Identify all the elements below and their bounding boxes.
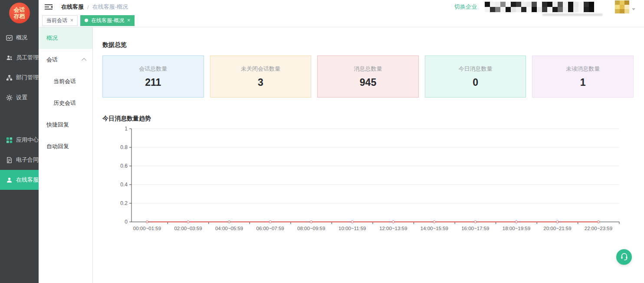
breadcrumb: 在线客服 / 在线客服-概况 (61, 3, 128, 11)
avatar[interactable] (615, 0, 629, 13)
subnav-item-history-session[interactable]: 历史会话 (39, 92, 92, 114)
stat-label: 未关闭会话数量 (241, 65, 280, 73)
stat-card-total-messages: 消息总数量 945 (317, 55, 419, 98)
main-content: 数据总览 会话总数量 211 未关闭会话数量 3 消息总数量 945 (93, 27, 644, 283)
top-header: 在线客服 / 在线客服-概况 切换企业 (39, 0, 644, 14)
stat-value: 945 (360, 77, 376, 88)
subnav-label: 历史会话 (53, 99, 76, 107)
stat-card-unread-messages: 未读消息数量 1 (532, 55, 634, 98)
chart-title: 今日消息数量趋势 (102, 115, 634, 123)
subnav-item-current-session[interactable]: 当前会话 (39, 71, 92, 92)
svg-text:10:00~11:59: 10:00~11:59 (338, 226, 366, 231)
svg-text:14:00~15:59: 14:00~15:59 (421, 226, 448, 231)
svg-text:22:00~23:59: 22:00~23:59 (585, 226, 612, 231)
svg-text:06:00~07:59: 06:00~07:59 (256, 226, 284, 231)
subnav-group-session[interactable]: 会话 (39, 49, 92, 71)
tab-label: 当前会话 (46, 17, 67, 24)
stat-label: 今日消息数量 (459, 65, 493, 73)
logo-text-line2: 存档 (14, 13, 25, 20)
svg-text:18:00~19:59: 18:00~19:59 (503, 226, 530, 231)
headset-icon (620, 252, 628, 262)
breadcrumb-root[interactable]: 在线客服 (61, 3, 84, 11)
trend-chart-section: 今日消息数量趋势 00.20.40.60.8100:00~01:5902:00~… (102, 115, 634, 238)
stat-label: 消息总数量 (354, 65, 382, 73)
stat-card-today-messages: 今日消息数量 0 (425, 55, 526, 98)
subnav-label: 当前会话 (53, 78, 76, 85)
sidebar-item-label: 概况 (16, 34, 27, 42)
chevron-up-icon (82, 58, 86, 63)
breadcrumb-separator: / (87, 4, 89, 10)
stat-value: 211 (145, 77, 161, 88)
svg-text:0.2: 0.2 (120, 200, 128, 206)
sidebar-item-app-center[interactable]: 应用中心 (0, 130, 39, 150)
contract-icon (6, 156, 13, 163)
sidebar-item-online-service[interactable]: 在线客服 (0, 170, 39, 190)
sidebar-item-departments[interactable]: 部门管理 (0, 68, 39, 88)
trend-chart: 00.20.40.60.8100:00~01:5902:00~03:5904:0… (102, 124, 634, 238)
stat-value: 1 (580, 77, 586, 88)
subnav-item-overview[interactable]: 概况 (39, 27, 92, 49)
tab-close-icon[interactable]: × (127, 17, 130, 23)
svg-text:20:00~21:59: 20:00~21:59 (543, 226, 571, 231)
subnav-label: 概况 (46, 34, 58, 42)
company-name-redacted (485, 2, 594, 12)
breadcrumb-leaf: 在线客服-概况 (92, 3, 128, 11)
departments-icon (6, 74, 13, 81)
svg-text:12:00~13:59: 12:00~13:59 (379, 226, 407, 231)
tab-label: 在线客服-概况 (91, 17, 124, 24)
stat-label: 会话总数量 (139, 65, 167, 73)
secondary-sidebar: 概况 会话 当前会话 历史会话 快捷回复 自动回复 (39, 27, 93, 283)
sidebar-item-label: 应用中心 (16, 136, 39, 144)
active-tab-dot (85, 19, 88, 22)
svg-text:0.6: 0.6 (120, 163, 128, 169)
sidebar-item-label: 在线客服 (16, 176, 39, 184)
sidebar-item-overview[interactable]: 概况 (0, 28, 39, 48)
stat-value: 0 (473, 77, 478, 88)
customer-service-icon (6, 176, 13, 183)
svg-text:0: 0 (125, 219, 128, 225)
svg-text:0.4: 0.4 (120, 182, 128, 188)
sidebar-item-e-contract[interactable]: 电子合同 (0, 150, 39, 170)
stat-value: 3 (258, 77, 263, 88)
svg-text:04:00~05:59: 04:00~05:59 (215, 226, 243, 231)
app-window: 会话 存档 概况 员工管理 部门管理 设置 (0, 0, 644, 283)
sidebar-item-label: 设置 (16, 94, 27, 101)
svg-text:16:00~17:59: 16:00~17:59 (461, 226, 489, 231)
sidebar-item-settings[interactable]: 设置 (0, 88, 39, 107)
subnav-label: 自动回复 (46, 143, 69, 150)
switch-company-link[interactable]: 切换企业 (454, 3, 477, 11)
sidebar-item-employees[interactable]: 员工管理 (0, 48, 39, 68)
subnav-item-auto-reply[interactable]: 自动回复 (39, 136, 92, 157)
apps-icon (6, 137, 13, 143)
tab-online-service-overview[interactable]: 在线客服-概况 × (80, 15, 135, 26)
subnav-item-quick-reply[interactable]: 快捷回复 (39, 114, 92, 136)
stat-label: 未读消息数量 (566, 65, 600, 73)
svg-text:1: 1 (125, 126, 128, 132)
svg-text:08:00~09:59: 08:00~09:59 (297, 226, 325, 231)
svg-text:02:00~03:59: 02:00~03:59 (174, 226, 202, 231)
overview-section-title: 数据总览 (102, 41, 634, 49)
svg-text:0.8: 0.8 (120, 144, 128, 150)
chevron-down-icon[interactable] (632, 8, 635, 10)
tab-current-session[interactable]: 当前会话 × (42, 15, 78, 26)
app-logo[interactable]: 会话 存档 (9, 3, 30, 23)
logo-text-line1: 会话 (14, 7, 25, 13)
sidebar-item-label: 部门管理 (16, 74, 39, 81)
sidebar-item-label: 员工管理 (16, 54, 39, 62)
stat-card-total-sessions: 会话总数量 211 (102, 55, 204, 98)
subnav-label: 快捷回复 (46, 121, 69, 129)
employees-icon (6, 54, 13, 61)
stat-cards-row: 会话总数量 211 未关闭会话数量 3 消息总数量 945 今日消息数量 0 (102, 55, 634, 98)
dashboard-icon (6, 34, 13, 41)
stat-card-open-sessions: 未关闭会话数量 3 (210, 55, 312, 98)
primary-sidebar: 会话 存档 概况 员工管理 部门管理 设置 (0, 0, 39, 283)
gear-icon (6, 94, 13, 101)
sidebar-item-label: 电子合同 (16, 156, 39, 164)
collapse-sidebar-icon[interactable] (45, 3, 53, 10)
customer-service-fab[interactable] (616, 249, 632, 265)
redaction-shadow (542, 13, 603, 16)
subnav-label: 会话 (46, 56, 58, 64)
tab-close-icon[interactable]: × (70, 17, 73, 23)
svg-text:00:00~01:59: 00:00~01:59 (133, 226, 161, 231)
